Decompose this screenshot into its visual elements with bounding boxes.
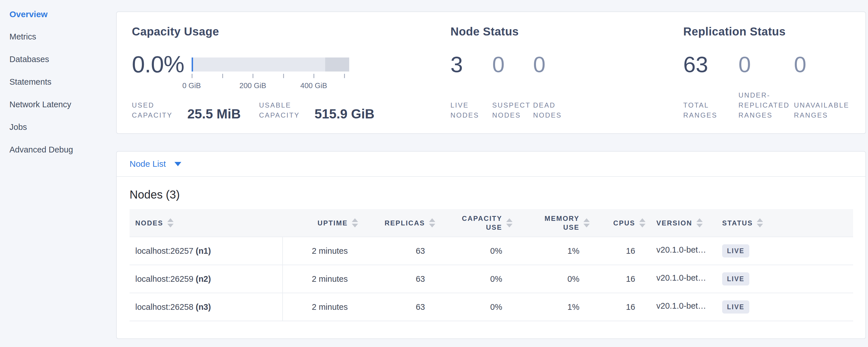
- sidebar-item-network-latency[interactable]: Network Latency: [0, 93, 116, 116]
- column-header-cpus[interactable]: CPUs: [590, 209, 646, 237]
- status-cell: Live: [714, 293, 853, 321]
- column-header-nodes[interactable]: Nodes: [129, 209, 283, 237]
- node-list-dropdown[interactable]: Node List: [117, 152, 865, 177]
- used-capacity-value: 25.5 MiB: [187, 107, 241, 120]
- capacity-bar-chart: 0 GiB 200 GiB 400 GiB: [192, 58, 349, 91]
- memory-use-cell: 1%: [513, 237, 590, 265]
- node-address-cell[interactable]: localhost:26258 (n3): [129, 293, 283, 321]
- total-ranges-stat: 63 Total Ranges: [683, 50, 739, 133]
- table-header-row: Nodes Uptime Replicas Capacity Use: [129, 209, 853, 237]
- sidebar: Overview Metrics Databases Statements Ne…: [0, 0, 116, 347]
- capacity-bar-track: [192, 58, 349, 71]
- replicas-cell: 63: [358, 293, 435, 321]
- version-cell: v20.1.0-bet…: [646, 293, 714, 321]
- axis-tick: [344, 74, 345, 78]
- version-cell: v20.1.0-bet…: [646, 265, 714, 293]
- usable-capacity-value: 515.9 GiB: [315, 107, 375, 120]
- axis-tick: [222, 74, 223, 78]
- total-ranges-value: 63: [683, 50, 739, 79]
- usable-capacity-label: Usable Capacity: [259, 100, 308, 120]
- column-header-version[interactable]: Version: [646, 209, 714, 237]
- column-header-status[interactable]: Status: [714, 209, 853, 237]
- axis-tick: [313, 74, 314, 78]
- live-nodes-stat: 3 Live Nodes: [451, 50, 492, 133]
- status-cell: Live: [714, 237, 853, 265]
- main-content: Capacity Usage 0.0%: [116, 0, 868, 347]
- total-ranges-label: Total Ranges: [683, 100, 732, 133]
- axis-tick: [192, 74, 192, 78]
- column-header-capacity-use[interactable]: Capacity Use: [435, 209, 513, 237]
- capacity-bar-used-segment: [192, 58, 193, 71]
- suspect-nodes-label: Suspect Nodes: [492, 100, 533, 133]
- memory-use-cell: 0%: [513, 265, 590, 293]
- column-header-memory-use[interactable]: Memory Use: [513, 209, 590, 237]
- capacity-use-cell: 0%: [435, 265, 513, 293]
- replicas-cell: 63: [358, 237, 435, 265]
- nodes-count-heading: Nodes (3): [129, 188, 865, 201]
- dead-nodes-stat: 0 Dead Nodes: [533, 50, 683, 133]
- used-capacity-label: Used Capacity: [132, 100, 181, 120]
- node-id: (n3): [196, 303, 211, 312]
- column-header-replicas[interactable]: Replicas: [358, 209, 435, 237]
- usable-capacity-stat: Usable Capacity 515.9 GiB: [259, 100, 375, 120]
- sort-icon[interactable]: [696, 218, 703, 227]
- memory-use-cell: 1%: [513, 293, 590, 321]
- node-list-dropdown-label: Node List: [129, 159, 166, 169]
- cpus-cell: 16: [590, 237, 646, 265]
- column-header-uptime[interactable]: Uptime: [283, 209, 358, 237]
- node-address-cell[interactable]: localhost:26257 (n1): [129, 237, 283, 265]
- node-list-card: Node List Nodes (3) Nodes Uptime: [116, 151, 866, 339]
- version-cell: v20.1.0-bet…: [646, 237, 714, 265]
- sort-icon[interactable]: [167, 218, 174, 227]
- capacity-use-cell: 0%: [435, 237, 513, 265]
- table-row-node-1[interactable]: localhost:26257 (n1) 2 minutes 63 0% 1% …: [129, 237, 853, 265]
- axis-label-200gib: 200 GiB: [239, 81, 266, 90]
- sort-icon[interactable]: [352, 218, 358, 227]
- sidebar-item-jobs[interactable]: Jobs: [0, 116, 116, 138]
- uptime-cell: 2 minutes: [283, 237, 358, 265]
- sort-icon[interactable]: [429, 218, 435, 227]
- unavailable-ranges-value: 0: [794, 50, 865, 79]
- sidebar-item-statements[interactable]: Statements: [0, 71, 116, 93]
- node-status-section: Node Status 3 Live Nodes 0 Suspect Nodes…: [451, 12, 683, 133]
- nodes-table: Nodes Uptime Replicas Capacity Use: [129, 209, 853, 321]
- replicas-cell: 63: [358, 265, 435, 293]
- sidebar-item-metrics[interactable]: Metrics: [0, 26, 116, 48]
- sidebar-item-databases[interactable]: Databases: [0, 48, 116, 71]
- sidebar-item-overview[interactable]: Overview: [0, 3, 116, 26]
- dead-nodes-label: Dead Nodes: [533, 100, 582, 133]
- table-row-node-2[interactable]: localhost:26259 (n2) 2 minutes 63 0% 0% …: [129, 265, 853, 293]
- under-replicated-ranges-label: Under-Replicated Ranges: [739, 90, 787, 133]
- node-id: (n1): [196, 246, 211, 255]
- axis-label-0gib: 0 GiB: [182, 81, 201, 90]
- sort-icon[interactable]: [757, 218, 763, 227]
- dead-nodes-value: 0: [533, 50, 683, 79]
- sort-icon[interactable]: [639, 218, 646, 227]
- capacity-usage-title: Capacity Usage: [132, 25, 451, 38]
- suspect-nodes-stat: 0 Suspect Nodes: [492, 50, 533, 133]
- sort-icon[interactable]: [506, 218, 513, 227]
- capacity-use-cell: 0%: [435, 293, 513, 321]
- under-replicated-ranges-value: 0: [739, 50, 794, 79]
- node-status-title: Node Status: [451, 25, 683, 38]
- node-address-cell[interactable]: localhost:26259 (n2): [129, 265, 283, 293]
- live-nodes-value: 3: [451, 50, 492, 79]
- capacity-used-percent: 0.0%: [132, 50, 184, 79]
- cpus-cell: 16: [590, 293, 646, 321]
- replication-status-section: Replication Status 63 Total Ranges 0 Und…: [683, 12, 865, 133]
- live-nodes-label: Live Nodes: [451, 100, 492, 133]
- capacity-bar-reserved-segment: [325, 58, 349, 71]
- axis-tick: [283, 74, 284, 78]
- status-cell: Live: [714, 265, 853, 293]
- sort-icon[interactable]: [583, 218, 590, 227]
- sidebar-item-advanced-debug[interactable]: Advanced Debug: [0, 138, 116, 161]
- unavailable-ranges-label: Unavailable Ranges: [794, 100, 842, 133]
- status-badge: Live: [722, 272, 749, 285]
- node-id: (n2): [196, 274, 211, 283]
- replication-status-title: Replication Status: [683, 25, 865, 38]
- uptime-cell: 2 minutes: [283, 293, 358, 321]
- table-row-node-3[interactable]: localhost:26258 (n3) 2 minutes 63 0% 1% …: [129, 293, 853, 321]
- under-replicated-ranges-stat: 0 Under-Replicated Ranges: [739, 50, 794, 133]
- chevron-down-icon: [175, 162, 181, 166]
- suspect-nodes-value: 0: [492, 50, 533, 79]
